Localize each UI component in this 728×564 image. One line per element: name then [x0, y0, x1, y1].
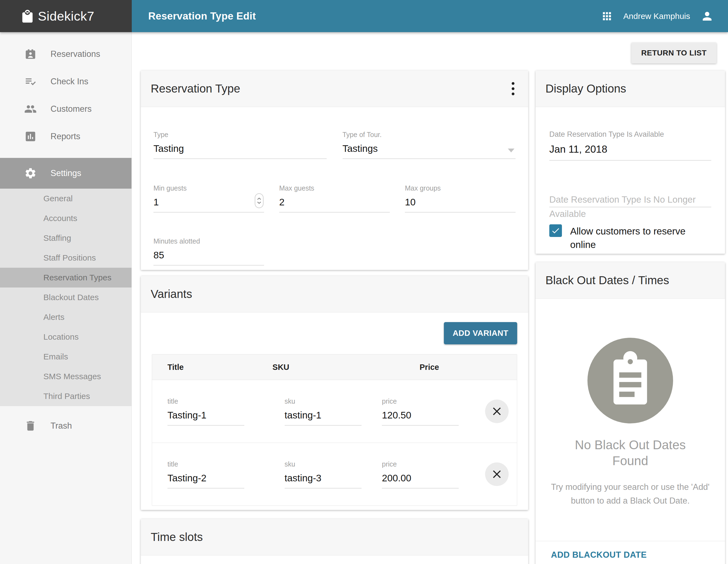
variant-row: title Tasting-2 sku tasting-3 price 200.…: [152, 443, 517, 506]
variant-sku-input[interactable]: tasting-3: [285, 473, 362, 488]
subnav-item-reservation-types[interactable]: Reservation Types: [0, 268, 131, 287]
variant-title-field[interactable]: title Tasting-1: [167, 397, 244, 426]
column-header-title: Title: [152, 363, 273, 372]
date-available-input[interactable]: Jan 11, 2018: [549, 144, 711, 161]
sidebar-item-label: Customers: [51, 104, 92, 114]
subnav-item-blackout-dates[interactable]: Blackout Dates: [0, 287, 131, 307]
variant-price-input[interactable]: 200.00: [382, 473, 459, 488]
variant-title-input[interactable]: Tasting-2: [167, 473, 244, 488]
field-label: Minutes alotted: [153, 237, 264, 245]
date-no-longer-available-field[interactable]: Date Reservation Type Is No Longer Avail…: [549, 192, 711, 207]
allow-online-row: Allow customers to reserve online: [549, 224, 711, 251]
brand-logo[interactable]: Sidekick7: [0, 0, 132, 32]
sidebar-item-trash[interactable]: Trash: [0, 412, 131, 440]
max-groups-input[interactable]: 10: [405, 197, 516, 213]
subnav-item-sms-messages[interactable]: SMS Messages: [0, 367, 131, 386]
card-title: Reservation Type: [151, 82, 508, 95]
variant-price-field[interactable]: price 200.00: [382, 460, 459, 488]
field-label: Max groups: [405, 184, 516, 192]
type-of-tour-field[interactable]: Type of Tour. Tastings: [343, 131, 516, 159]
gear-icon: [24, 167, 37, 180]
chevron-down-icon: [508, 149, 514, 152]
sidebar-item-label: Settings: [51, 168, 81, 178]
shopping-bag-icon: [20, 9, 35, 24]
remove-variant-button[interactable]: [485, 462, 509, 486]
variant-row: title Tasting-1 sku tasting-1 price 120.…: [152, 380, 517, 443]
bar-chart-icon: [24, 130, 37, 143]
close-icon: [492, 469, 502, 479]
sidebar-item-label: Reservations: [51, 49, 100, 59]
close-icon: [492, 406, 502, 417]
sidebar-item-reservations[interactable]: Reservations: [0, 40, 131, 68]
top-bar: Sidekick7 Reservation Type Edit Andrew K…: [0, 0, 728, 32]
subnav-item-locations[interactable]: Locations: [0, 327, 131, 347]
min-guests-stepper[interactable]: 1: [153, 197, 264, 213]
checklist-icon: [24, 75, 37, 88]
return-to-list-button[interactable]: RETURN TO LIST: [631, 43, 716, 63]
left-column: Reservation Type Type Tasting Type of To…: [141, 71, 528, 564]
type-of-tour-select[interactable]: Tastings: [343, 143, 516, 159]
subnav-item-emails[interactable]: Emails: [0, 347, 131, 367]
display-options-card-body: Date Reservation Type Is Available Jan 1…: [536, 107, 725, 251]
date-available-field[interactable]: Date Reservation Type Is Available Jan 1…: [549, 130, 711, 161]
main-content: RETURN TO LIST Reservation Type Type Tas…: [132, 32, 728, 564]
card-title: Display Options: [545, 82, 715, 95]
kebab-menu-icon[interactable]: [508, 79, 518, 98]
subnav-item-general[interactable]: General: [0, 189, 131, 208]
sidebar-item-customers[interactable]: Customers: [0, 95, 131, 123]
sidebar-item-settings[interactable]: Settings: [0, 158, 131, 189]
allow-online-checkbox[interactable]: [549, 224, 562, 237]
max-guests-input[interactable]: 2: [279, 197, 390, 213]
variant-sku-field[interactable]: sku tasting-3: [285, 460, 362, 488]
subnav-item-staff-positions[interactable]: Staff Positions: [0, 248, 131, 268]
field-label: Max guests: [279, 184, 390, 192]
time-slots-card: Time slots: [141, 519, 528, 564]
subnav-item-accounts[interactable]: Accounts: [0, 208, 131, 228]
field-placeholder: Date Reservation Type Is No Longer Avail…: [549, 192, 717, 221]
variants-card: Variants ADD VARIANT Title SKU Price: [141, 276, 528, 510]
column-header-price: Price: [420, 363, 439, 372]
type-input[interactable]: Tasting: [153, 143, 327, 159]
blackout-dates-card-header: Black Out Dates / Times: [536, 262, 725, 299]
card-title: Variants: [151, 287, 518, 301]
variants-table-header: Title SKU Price: [152, 354, 517, 380]
display-options-card: Display Options Date Reservation Type Is…: [536, 71, 725, 254]
field-label: Type: [153, 131, 327, 139]
user-name[interactable]: Andrew Kamphuis: [623, 12, 690, 21]
subnav-item-alerts[interactable]: Alerts: [0, 307, 131, 327]
number-spinner-icon[interactable]: [255, 193, 264, 208]
variant-title-field[interactable]: title Tasting-2: [167, 460, 244, 488]
card-title: Black Out Dates / Times: [545, 274, 715, 287]
apps-grid-icon[interactable]: [601, 10, 613, 22]
minutes-alotted-field[interactable]: Minutes alotted 85: [153, 237, 264, 266]
variant-price-field[interactable]: price 120.50: [382, 397, 459, 426]
remove-variant-button[interactable]: [485, 400, 509, 423]
subnav-item-staffing[interactable]: Staffing: [0, 228, 131, 248]
sidebar-item-label: Trash: [51, 421, 72, 431]
type-field[interactable]: Type Tasting: [153, 131, 327, 159]
reservation-type-card-body: Type Tasting Type of Tour. Tastings: [141, 107, 528, 266]
empty-state-message: Try modifying your search or use the 'Ad…: [551, 480, 710, 507]
minutes-alotted-input[interactable]: 85: [153, 250, 264, 266]
field-label: Min guests: [153, 184, 264, 192]
sidebar-item-reports[interactable]: Reports: [0, 123, 131, 150]
clipboard-empty-state-icon: [587, 338, 673, 423]
add-variant-button[interactable]: ADD VARIANT: [444, 322, 517, 344]
add-blackout-date-button[interactable]: ADD BLACKOUT DATE: [551, 550, 647, 560]
min-guests-field[interactable]: Min guests 1: [153, 184, 264, 213]
person-icon[interactable]: [701, 10, 714, 23]
variant-title-input[interactable]: Tasting-1: [167, 410, 244, 426]
sidebar-item-label: Check Ins: [51, 77, 88, 86]
settings-subnav: General Accounts Staffing Staff Position…: [0, 189, 131, 406]
variant-sku-input[interactable]: tasting-1: [285, 410, 362, 426]
variants-table: Title SKU Price title Tasting-1 sku: [152, 354, 517, 506]
max-guests-field[interactable]: Max guests 2: [279, 184, 390, 213]
allow-online-label[interactable]: Allow customers to reserve online: [570, 224, 699, 251]
max-groups-field[interactable]: Max groups 10: [405, 184, 516, 213]
sidebar-item-label: Reports: [51, 132, 80, 141]
sidebar-item-check-ins[interactable]: Check Ins: [0, 68, 131, 95]
title-bar: Reservation Type Edit Andrew Kamphuis: [132, 0, 728, 32]
variant-sku-field[interactable]: sku tasting-1: [285, 397, 362, 426]
subnav-item-third-parties[interactable]: Third Parties: [0, 386, 131, 406]
variant-price-input[interactable]: 120.50: [382, 410, 459, 426]
